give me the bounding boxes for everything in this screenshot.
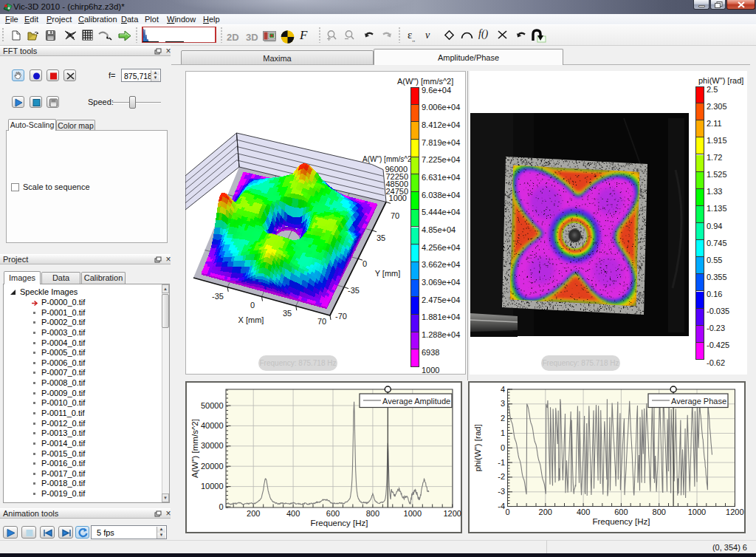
- svg-text:A(W") [mm/s^2: A(W") [mm/s^2: [362, 155, 412, 163]
- svg-text:70: 70: [391, 211, 399, 220]
- svg-text:Frequency [Hz]: Frequency [Hz]: [593, 517, 650, 526]
- svg-text:-2: -2: [498, 472, 505, 481]
- svg-text:200: 200: [247, 509, 260, 518]
- svg-text:1000: 1000: [688, 508, 706, 516]
- svg-text:0: 0: [501, 443, 505, 452]
- svg-text:phi(W") [rad]: phi(W") [rad]: [473, 424, 482, 471]
- svg-text:35: 35: [283, 309, 292, 318]
- svg-text:10000: 10000: [201, 482, 224, 491]
- svg-text:A(W") [mm/s^2]: A(W") [mm/s^2]: [190, 419, 199, 478]
- svg-text:Frequency [Hz]: Frequency [Hz]: [311, 519, 368, 527]
- svg-text:1000: 1000: [389, 194, 407, 202]
- svg-text:600: 600: [614, 508, 628, 516]
- svg-text:600: 600: [326, 509, 340, 518]
- svg-text:Average Amplitude: Average Amplitude: [382, 397, 450, 406]
- svg-text:Average Phase: Average Phase: [671, 397, 726, 406]
- svg-text:40000: 40000: [201, 421, 224, 430]
- svg-text:30000: 30000: [201, 441, 224, 450]
- svg-text:-4: -4: [498, 502, 505, 510]
- svg-text:1200: 1200: [443, 509, 461, 518]
- svg-text:800: 800: [366, 509, 379, 518]
- svg-text:800: 800: [653, 508, 666, 516]
- svg-text:35: 35: [377, 233, 385, 242]
- svg-text:1200: 1200: [726, 508, 743, 516]
- svg-text:50000: 50000: [201, 401, 224, 410]
- svg-text:1: 1: [501, 428, 505, 437]
- svg-text:-3: -3: [498, 487, 505, 496]
- svg-text:0: 0: [362, 259, 367, 268]
- svg-text:-1: -1: [498, 458, 505, 467]
- svg-text:400: 400: [577, 508, 590, 516]
- svg-text:200: 200: [539, 508, 552, 516]
- svg-text:0: 0: [250, 301, 255, 310]
- svg-text:1000: 1000: [404, 509, 422, 518]
- svg-text:0: 0: [219, 502, 223, 511]
- svg-text:4: 4: [501, 385, 505, 394]
- svg-text:20000: 20000: [201, 462, 224, 471]
- svg-text:-35: -35: [348, 286, 360, 295]
- svg-text:2: 2: [501, 414, 505, 423]
- svg-text:X [mm]: X [mm]: [238, 315, 264, 324]
- svg-text:-70: -70: [335, 312, 347, 321]
- svg-text:Y [mm]: Y [mm]: [375, 269, 401, 278]
- svg-text:3: 3: [501, 399, 505, 408]
- svg-text:400: 400: [286, 509, 300, 518]
- svg-text:0: 0: [505, 508, 509, 516]
- svg-text:-35: -35: [212, 292, 224, 301]
- svg-text:70: 70: [317, 317, 326, 326]
